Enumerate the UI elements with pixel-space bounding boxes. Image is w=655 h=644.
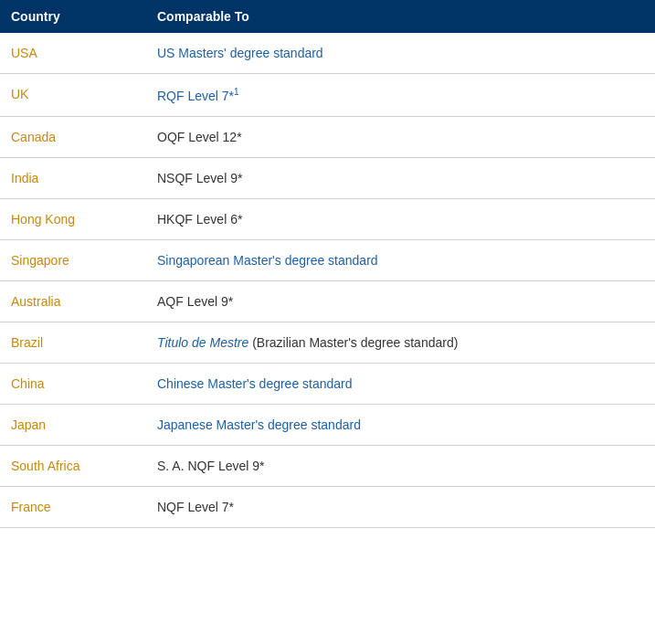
row-comparable: AQF Level 9*	[157, 294, 644, 309]
table-row: BrazilTitulo de Mestre (Brazilian Master…	[0, 322, 655, 364]
row-country: USA	[11, 46, 157, 60]
row-comparable[interactable]: Chinese Master's degree standard	[157, 376, 644, 391]
row-country: China	[11, 376, 157, 391]
row-country: South Africa	[11, 459, 157, 473]
row-country: Hong Kong	[11, 212, 157, 227]
table-row: FranceNQF Level 7*	[0, 487, 655, 528]
row-comparable[interactable]: RQF Level 7*1	[157, 87, 644, 103]
table-row: SingaporeSingaporean Master's degree sta…	[0, 240, 655, 281]
row-comparable: NQF Level 7*	[157, 500, 644, 514]
header-country: Country	[11, 9, 157, 24]
table-row: South AfricaS. A. NQF Level 9*	[0, 446, 655, 487]
row-comparable: S. A. NQF Level 9*	[157, 459, 644, 473]
header-comparable: Comparable To	[157, 9, 249, 24]
row-country: Japan	[11, 417, 157, 432]
table-row: USAUS Masters' degree standard	[0, 33, 655, 74]
row-country: Canada	[11, 130, 157, 144]
table-row: UKRQF Level 7*1	[0, 74, 655, 117]
row-country: UK	[11, 87, 157, 101]
row-country: Singapore	[11, 253, 157, 268]
table-row: IndiaNSQF Level 9*	[0, 158, 655, 199]
row-comparable: HKQF Level 6*	[157, 212, 644, 227]
table-row: AustraliaAQF Level 9*	[0, 281, 655, 322]
table-row: Hong KongHKQF Level 6*	[0, 199, 655, 240]
table-header: Country Comparable To	[0, 0, 655, 33]
row-country: India	[11, 171, 157, 185]
row-comparable: Titulo de Mestre (Brazilian Master's deg…	[157, 335, 644, 350]
table-body: USAUS Masters' degree standardUKRQF Leve…	[0, 33, 655, 528]
row-comparable: OQF Level 12*	[157, 130, 644, 144]
row-country: Brazil	[11, 335, 157, 350]
table-row: JapanJapanese Master's degree standard	[0, 405, 655, 446]
row-comparable[interactable]: US Masters' degree standard	[157, 46, 644, 60]
row-comparable[interactable]: Singaporean Master's degree standard	[157, 253, 644, 268]
row-country: Australia	[11, 294, 157, 309]
table-row: ChinaChinese Master's degree standard	[0, 364, 655, 405]
row-comparable[interactable]: Japanese Master's degree standard	[157, 417, 644, 432]
comparison-table: Country Comparable To USAUS Masters' deg…	[0, 0, 655, 528]
table-row: CanadaOQF Level 12*	[0, 117, 655, 158]
row-comparable: NSQF Level 9*	[157, 171, 644, 185]
row-country: France	[11, 500, 157, 514]
